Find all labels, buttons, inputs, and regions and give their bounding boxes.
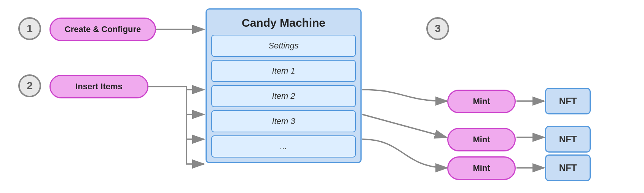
cm-row-item3: Item 3 xyxy=(211,110,356,132)
mint-pill-3: Mint xyxy=(447,156,516,180)
candy-machine-title: Candy Machine xyxy=(207,10,360,35)
step-1-circle: 1 xyxy=(18,17,41,40)
cm-row-settings: Settings xyxy=(211,35,356,57)
candy-machine-rows: Settings Item 1 Item 2 Item 3 ... xyxy=(207,35,360,162)
diagram: 1 Create & Configure 2 Insert Items Cand… xyxy=(0,0,644,193)
svg-line-2 xyxy=(362,114,446,137)
step-3-circle: 3 xyxy=(426,17,449,40)
insert-items-pill: Insert Items xyxy=(49,75,148,98)
create-configure-pill: Create & Configure xyxy=(49,18,156,41)
nft-box-3: NFT xyxy=(545,154,591,181)
nft-box-1: NFT xyxy=(545,88,591,114)
nft-box-2: NFT xyxy=(545,126,591,153)
cm-row-item1: Item 1 xyxy=(211,60,356,82)
candy-machine-box: Candy Machine Settings Item 1 Item 2 Ite… xyxy=(206,8,362,163)
cm-row-more: ... xyxy=(211,135,356,158)
mint-pill-2: Mint xyxy=(447,128,516,151)
mint-pill-1: Mint xyxy=(447,90,516,113)
step-2-circle: 2 xyxy=(18,74,41,97)
cm-row-item2: Item 2 xyxy=(211,85,356,107)
